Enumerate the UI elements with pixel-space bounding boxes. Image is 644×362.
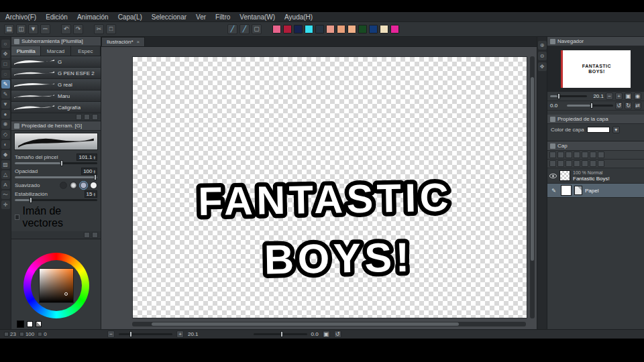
color-swatch[interactable] (347, 25, 356, 34)
move-tool-icon[interactable]: ✥ (1, 50, 10, 58)
open-file-icon[interactable]: ◫ (16, 24, 26, 34)
lasso-tool-icon[interactable]: ◌ (1, 70, 10, 78)
text-tool-icon[interactable]: A (1, 180, 10, 189)
zoom-out-button[interactable]: − (606, 93, 613, 100)
navigator-thumbnail[interactable]: FANTASTIC BOYS! (561, 50, 631, 88)
new-layer-icon[interactable] (549, 160, 556, 167)
select-tool-icon[interactable]: ▢ (252, 24, 262, 34)
brush-tool-icon[interactable]: ▼ (1, 100, 10, 109)
color-cursor-icon[interactable] (64, 292, 68, 296)
smoothing-option-icon[interactable] (90, 182, 97, 189)
delete-subtool-icon[interactable] (92, 114, 98, 120)
save-icon[interactable]: ▼ (28, 24, 38, 34)
layer-thumbnail[interactable] (561, 185, 572, 196)
vertical-scrollbar[interactable] (530, 56, 535, 318)
layer-opacity-icon[interactable] (557, 152, 564, 158)
smoothing-option-icon[interactable] (80, 182, 87, 189)
color-swatch[interactable] (305, 25, 313, 34)
stabilization-slider[interactable] (15, 199, 97, 201)
opacity-slider[interactable] (15, 176, 97, 178)
color-swatch[interactable] (294, 25, 303, 34)
brush-item-gpen[interactable]: G PEN ESFE 2 (11, 68, 101, 79)
add-subtool-icon[interactable] (76, 114, 82, 120)
layer-row-fantastic-boys[interactable]: 100 % Normal Fantastic Boys! (547, 168, 644, 184)
fit-window-button[interactable]: ▣ (625, 93, 632, 100)
vector-pen-icon[interactable]: ╱ (227, 24, 237, 34)
scrollbar-thumb[interactable] (152, 322, 459, 326)
color-swatch[interactable] (369, 25, 378, 34)
blend-tool-icon[interactable]: ◐ (1, 140, 10, 149)
canvas-page[interactable]: FANTASTIC BOYS! (132, 56, 527, 318)
decoration-tool-icon[interactable]: ❋ (1, 120, 10, 129)
menu-animacion[interactable]: Animación (77, 13, 109, 21)
menu-seleccionar[interactable]: Seleccionar (152, 13, 186, 21)
lock-layer-icon[interactable] (574, 152, 580, 158)
vector-magnet-checkbox[interactable] (15, 215, 19, 220)
rotate-cw-button[interactable]: ↻ (625, 102, 632, 109)
mask-icon[interactable] (590, 152, 596, 158)
blend-mode-icon[interactable] (549, 152, 556, 158)
select-tool-icon[interactable]: □ (1, 60, 10, 68)
correct-line-tool-icon[interactable]: 〜 (1, 190, 10, 199)
color-swatch[interactable] (283, 25, 292, 34)
color-swatch[interactable] (380, 25, 388, 34)
transparent-color-chip[interactable] (36, 321, 42, 327)
brush-item-g[interactable]: G (11, 56, 101, 68)
menu-edicion[interactable]: Edición (46, 13, 68, 21)
layer-row-papel[interactable]: ✎ Papel (547, 184, 644, 198)
actual-size-button[interactable]: ◉ (634, 93, 641, 100)
smoothing-option-icon[interactable] (70, 182, 77, 189)
brush-size-slider[interactable] (15, 162, 97, 164)
brush-item-greal[interactable]: G real (11, 79, 101, 90)
pen-tool-icon[interactable]: ✎ (1, 80, 10, 88)
scrollbar-thumb[interactable] (531, 77, 534, 261)
menu-filtro[interactable]: Filtro (215, 13, 230, 21)
undo-icon[interactable]: ↶ (61, 24, 71, 34)
layer-property-header[interactable]: Propiedad de la capa (547, 115, 644, 124)
copy-subtool-icon[interactable] (84, 114, 90, 120)
color-swatch[interactable] (315, 25, 324, 34)
smoothing-option-icon[interactable] (60, 182, 67, 189)
sub-color-chip[interactable] (27, 321, 33, 327)
menu-ayuda[interactable]: Ayuda(H) (284, 13, 313, 21)
hand-tool-icon[interactable]: ✥ (538, 62, 547, 71)
color-swatch[interactable] (390, 25, 399, 34)
document-tab[interactable]: Ilustración* × (101, 37, 145, 46)
flip-horizontal-button[interactable]: ⇄ (634, 102, 641, 109)
new-folder-icon[interactable] (566, 160, 572, 167)
color-wheel[interactable] (23, 253, 89, 318)
redo-icon[interactable]: ↷ (73, 24, 83, 34)
zoom-tool-icon[interactable]: ○ (1, 40, 10, 48)
new-vector-layer-icon[interactable] (557, 160, 564, 167)
reset-property-icon[interactable] (84, 232, 90, 238)
brush-size-stepper[interactable]: 101.1 ▴▾ (76, 154, 97, 161)
color-swatch[interactable] (337, 25, 345, 34)
status-zoom-out-icon[interactable]: − (107, 330, 115, 338)
lock-pixel-icon[interactable] (582, 152, 588, 158)
clip-layer-icon[interactable] (566, 152, 572, 158)
stepper-arrows-icon[interactable]: ▴▾ (93, 156, 95, 160)
brush-item-maru[interactable]: Maru (11, 90, 101, 102)
layer-color-dropdown-icon[interactable]: ▾ (612, 126, 620, 133)
layer-mask-icon[interactable] (590, 160, 596, 167)
menu-archivo[interactable]: Archivo(F) (5, 13, 36, 21)
cut-icon[interactable]: ✂ (94, 24, 104, 34)
layer-visibility-icon[interactable] (549, 174, 557, 178)
stepper-arrows-icon[interactable]: ▴▾ (93, 170, 95, 174)
zoom-out-icon[interactable]: ⊖ (538, 52, 547, 60)
stabilization-stepper[interactable]: 15 ▴▾ (85, 190, 97, 198)
brush-item-caligrafia[interactable]: Caligrafía (11, 102, 101, 113)
airbrush-tool-icon[interactable]: ● (1, 110, 10, 119)
vector-pen2-icon[interactable]: ╱ (239, 24, 250, 34)
color-swatch[interactable] (358, 25, 367, 34)
main-color-chip[interactable] (17, 320, 24, 328)
horizontal-scrollbar[interactable] (132, 322, 526, 326)
figure-tool-icon[interactable]: △ (1, 170, 10, 179)
ruler-icon[interactable] (598, 152, 604, 158)
eyedropper-tool-icon[interactable]: ✛ (1, 200, 10, 209)
new-file-icon[interactable]: ▤ (4, 24, 14, 34)
zoom-in-button[interactable]: + (615, 93, 623, 100)
close-tab-icon[interactable]: × (137, 39, 140, 45)
color-swatch[interactable] (272, 25, 281, 34)
color-swatch[interactable] (326, 25, 335, 34)
